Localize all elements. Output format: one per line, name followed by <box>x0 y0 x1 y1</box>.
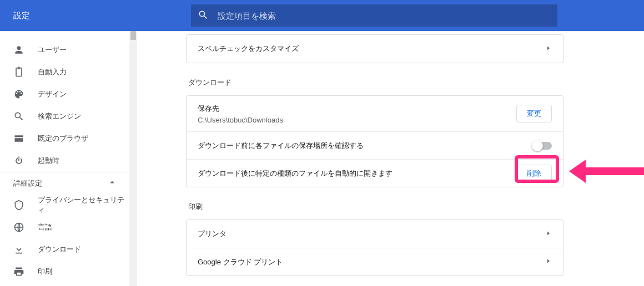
chevron-right-icon <box>545 258 552 266</box>
app-title: 設定 <box>0 11 191 21</box>
app-header: 設定 <box>0 0 644 31</box>
main-column: スペルチェックをカスタマイズ ダウンロード 保存先 C:\Users\tobuc… <box>137 31 644 286</box>
row-label: プリンタ <box>198 229 545 239</box>
person-icon <box>13 44 24 55</box>
sidebar-item-label: デザイン <box>38 89 67 99</box>
sidebar-section-label: 詳細設定 <box>13 178 42 188</box>
sidebar-item-autofill[interactable]: 自動入力 <box>0 61 129 83</box>
download-location-row: 保存先 C:\Users\tobuc\Downloads 変更 <box>187 96 563 131</box>
downloads-section-label: ダウンロード <box>188 78 561 88</box>
clipboard-icon <box>13 67 24 78</box>
sidebar-scrollbar[interactable] <box>129 31 137 286</box>
shield-icon <box>13 200 24 211</box>
sidebar-section-advanced[interactable]: 詳細設定 <box>0 172 129 194</box>
search-icon <box>198 9 209 22</box>
downloads-card: 保存先 C:\Users\tobuc\Downloads 変更 ダウンロード前に… <box>186 95 564 187</box>
scrollbar-thumb[interactable] <box>130 31 136 40</box>
chevron-up-icon <box>107 177 117 189</box>
sidebar-item-languages[interactable]: 言語 <box>0 216 129 238</box>
printing-section-label: 印刷 <box>188 202 561 212</box>
printing-card: プリンタ Google クラウド プリント <box>186 219 564 276</box>
print-icon <box>13 266 24 277</box>
spellcheck-row[interactable]: スペルチェックをカスタマイズ <box>187 35 563 63</box>
row-label: ダウンロード前に各ファイルの保存場所を確認する <box>198 141 533 151</box>
browser-icon <box>13 133 24 144</box>
sidebar-item-user[interactable]: ユーザー <box>0 39 129 61</box>
row-label: ダウンロード後に特定の種類のファイルを自動的に開きます <box>198 168 516 178</box>
printers-row[interactable]: プリンタ <box>187 220 563 248</box>
sidebar-item-printing[interactable]: 印刷 <box>0 261 129 283</box>
globe-icon <box>13 222 24 233</box>
sidebar-item-label: 印刷 <box>38 267 52 277</box>
sidebar-item-privacy[interactable]: プライバシーとセキュリティ <box>0 194 129 216</box>
ask-where-row[interactable]: ダウンロード前に各ファイルの保存場所を確認する <box>187 131 563 159</box>
sidebar-item-label: プライバシーとセキュリティ <box>38 195 129 215</box>
location-label: 保存先 <box>198 104 516 114</box>
cloud-print-row[interactable]: Google クラウド プリント <box>187 248 563 275</box>
sidebar-item-label: ユーザー <box>38 45 67 55</box>
sidebar-item-on-startup[interactable]: 起動時 <box>0 150 129 172</box>
sidebar-item-label: 検索エンジン <box>38 111 81 121</box>
toggle-knob <box>532 140 543 151</box>
auto-open-row: ダウンロード後に特定の種類のファイルを自動的に開きます 削除 <box>187 159 563 187</box>
sidebar-item-label: 自動入力 <box>38 67 67 77</box>
location-value: C:\Users\tobuc\Downloads <box>198 116 516 124</box>
sidebar-item-label: 起動時 <box>38 156 59 166</box>
annotation-arrow <box>569 157 644 187</box>
palette-icon <box>13 89 24 100</box>
clear-auto-open-button[interactable]: 削除 <box>516 165 552 182</box>
download-icon <box>13 244 24 255</box>
sidebar-item-label: ダウンロード <box>38 244 81 254</box>
power-icon <box>13 155 24 166</box>
row-label: Google クラウド プリント <box>198 257 545 267</box>
sidebar-item-label: 言語 <box>38 222 52 232</box>
sidebar-item-default-browser[interactable]: 既定のブラウザ <box>0 127 129 150</box>
sidebar-column: ユーザー 自動入力 デザイン 検索エンジン 既定のブラウザ 起動時 <box>0 31 137 286</box>
chevron-right-icon <box>545 230 552 238</box>
chevron-right-icon <box>545 45 552 53</box>
sidebar-item-label: 既定のブラウザ <box>38 134 88 144</box>
sidebar: ユーザー 自動入力 デザイン 検索エンジン 既定のブラウザ 起動時 <box>0 31 129 286</box>
sidebar-item-appearance[interactable]: デザイン <box>0 83 129 105</box>
ask-where-toggle[interactable] <box>533 142 552 150</box>
sidebar-item-downloads[interactable]: ダウンロード <box>0 238 129 261</box>
search-box[interactable] <box>191 4 557 27</box>
row-label: スペルチェックをカスタマイズ <box>198 44 545 54</box>
search-icon <box>13 111 24 122</box>
search-container <box>191 4 557 27</box>
search-input[interactable] <box>218 11 551 21</box>
sidebar-item-search-engine[interactable]: 検索エンジン <box>0 105 129 127</box>
spellcheck-card: スペルチェックをカスタマイズ <box>186 34 564 63</box>
change-location-button[interactable]: 変更 <box>516 105 552 122</box>
